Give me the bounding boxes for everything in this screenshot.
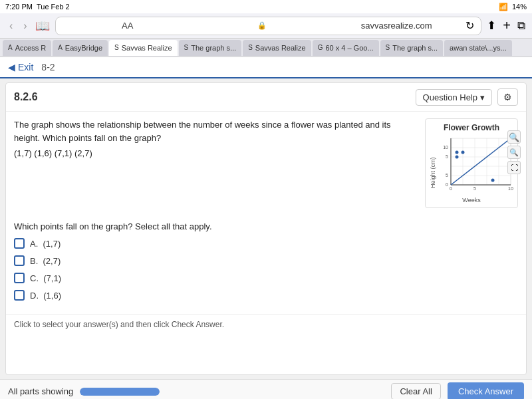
chart-zoom-controls: 🔍 🔍 ⛶ (507, 130, 521, 174)
tab-label-google: 60 x 4 – Goo... (325, 44, 373, 52)
choice-label-a: A. (1,7) (30, 239, 61, 249)
choice-item-b: B. (2,7) (14, 255, 518, 266)
tab-graph2[interactable]: S The graph s... (380, 40, 444, 56)
url-text: savvasrealize.com (331, 21, 462, 31)
tab-icon-savvas2: S (248, 44, 253, 51)
fullscreen-button[interactable]: ⛶ (507, 161, 521, 174)
tab-google[interactable]: G 60 x 4 – Goo... (313, 40, 379, 56)
aa-label: AA (63, 21, 193, 31)
svg-point-22 (491, 179, 495, 182)
question-help-button[interactable]: Question Help ▾ (416, 89, 492, 106)
tab-savvas-realize[interactable]: S Savvas Realize (109, 40, 178, 56)
svg-text:5: 5 (446, 173, 448, 178)
content-area: 8.2.6 Question Help ▾ ⚙ The graph shows … (5, 82, 527, 375)
tab-easybridge[interactable]: A EasyBridge (53, 40, 108, 56)
help-label: Question Help (423, 92, 477, 102)
svg-text:10: 10 (508, 186, 513, 191)
tab-icon-google: G (318, 44, 323, 51)
clear-all-button[interactable]: Clear All (391, 383, 440, 399)
reload-button[interactable]: ↻ (466, 19, 474, 32)
time-display: 7:20 PM (5, 3, 33, 11)
tab-icon-easybridge: A (58, 44, 63, 51)
url-bar[interactable]: AA 🔒 savvasrealize.com ↻ (55, 17, 482, 35)
date-display: Tue Feb 2 (37, 3, 70, 11)
question-body: The graph shows the relationship between… (6, 112, 526, 215)
tab-icon-graph1: S (184, 44, 189, 51)
question-text-area: The graph shows the relationship between… (14, 118, 417, 208)
progress-track (80, 388, 160, 396)
tab-icon-graph2: S (386, 44, 390, 51)
tab-icon-savvas: S (114, 44, 119, 51)
tabs-bar: A Access R A EasyBridge S Savvas Realize… (0, 39, 532, 57)
bottom-instruction: Click to select your answer(s) and then … (6, 314, 526, 334)
choice-label-b: B. (2,7) (30, 256, 61, 266)
progress-fill (80, 388, 160, 396)
exit-arrow-icon: ◀ (8, 62, 15, 72)
tab-icon-access-r: A (8, 44, 13, 51)
header-right: Question Help ▾ ⚙ (416, 88, 518, 106)
tab-label-savvas: Savvas Realize (122, 44, 172, 52)
zoom-in-button[interactable]: 🔍 (507, 130, 521, 144)
back-nav-button[interactable]: ‹ (7, 19, 15, 33)
browser-bar: ‹ › 📖 AA 🔒 savvasrealize.com ↻ ⬆ + ⧉ (0, 13, 532, 39)
tabs-button[interactable]: ⧉ (517, 19, 525, 33)
tab-label-awan: awan state\...ys... (450, 44, 507, 52)
choice-item-d: D. (1,6) (14, 290, 518, 301)
svg-point-21 (462, 151, 465, 154)
section-label: 8-2 (41, 62, 55, 72)
choice-checkbox-c[interactable] (14, 273, 25, 283)
reading-mode-button[interactable]: 📖 (35, 19, 50, 33)
clear-all-label: Clear All (400, 386, 432, 396)
tab-label-easybridge: EasyBridge (65, 44, 102, 52)
gear-icon: ⚙ (503, 92, 512, 102)
exit-label: Exit (18, 62, 33, 72)
question-text: The graph shows the relationship between… (14, 118, 417, 144)
svg-text:5: 5 (473, 186, 476, 191)
svg-text:10: 10 (443, 145, 448, 150)
question-header: 8.2.6 Question Help ▾ ⚙ (6, 83, 526, 112)
status-bar: 7:20 PM Tue Feb 2 📶 14% (0, 0, 532, 13)
share-button[interactable]: ⬆ (487, 19, 496, 33)
flower-chart: 0 5 5 10 0 5 10 (438, 135, 517, 195)
tab-graph1[interactable]: S The graph s... (179, 40, 242, 56)
choice-item-a: A. (1,7) (14, 238, 518, 249)
svg-text:0: 0 (450, 186, 452, 191)
choice-label-c: C. (7,1) (30, 273, 61, 283)
svg-text:5: 5 (446, 154, 448, 159)
bottom-text: Click to select your answer(s) and then … (14, 320, 224, 329)
nav-strip: ◀ Exit 8-2 (0, 57, 532, 78)
chart-container: Flower Growth Height (cm) (425, 118, 518, 208)
chart-x-label: Weeks (462, 197, 480, 203)
lock-icon: 🔒 (197, 21, 327, 30)
choices-prompt: Which points fall on the graph? Select a… (14, 221, 518, 231)
tab-savvas2[interactable]: S Savvas Realize (243, 40, 311, 56)
zoom-out-button[interactable]: 🔍 (507, 146, 521, 159)
footer-bar: All parts showing Clear All Check Answer (0, 379, 532, 399)
choice-item-c: C. (7,1) (14, 273, 518, 283)
settings-button[interactable]: ⚙ (497, 88, 518, 106)
exit-button[interactable]: ◀ Exit (8, 62, 33, 72)
new-tab-button[interactable]: + (503, 18, 511, 33)
all-parts-label: All parts showing (8, 386, 73, 396)
svg-text:0: 0 (446, 182, 448, 187)
check-answer-button[interactable]: Check Answer (448, 382, 524, 399)
svg-point-23 (456, 156, 459, 159)
forward-nav-button[interactable]: › (21, 19, 29, 33)
tab-label-graph2: The graph s... (392, 44, 438, 52)
choices-section: Which points fall on the graph? Select a… (6, 215, 526, 314)
choice-checkbox-b[interactable] (14, 255, 25, 266)
tab-awan[interactable]: awan state\...ys... (444, 40, 512, 56)
tab-label-access-r: Access R (15, 44, 46, 52)
svg-point-20 (456, 151, 459, 154)
wifi-icon: 📶 (499, 3, 508, 11)
battery-display: 14% (512, 3, 527, 11)
chart-section: Flower Growth Height (cm) (425, 118, 518, 208)
check-answer-label: Check Answer (458, 386, 513, 396)
tab-label-savvas2: Savvas Realize (255, 44, 306, 52)
tab-access-r[interactable]: A Access R (3, 40, 51, 56)
choice-checkbox-d[interactable] (14, 290, 25, 301)
chevron-down-icon: ▾ (480, 92, 485, 102)
choice-checkbox-a[interactable] (14, 238, 25, 249)
question-coords: (1,7) (1,6) (7,1) (2,7) (14, 148, 417, 158)
tab-label-graph1: The graph s... (191, 44, 236, 52)
